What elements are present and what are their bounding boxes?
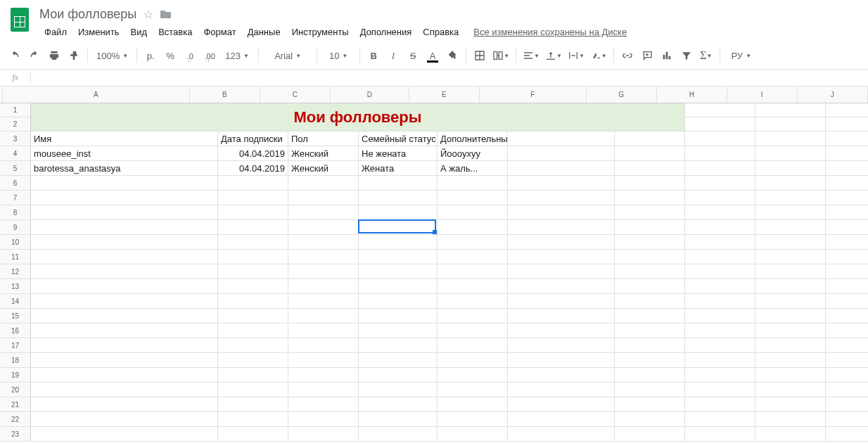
cell-C21[interactable] <box>288 397 359 412</box>
functions-button[interactable]: Σ▼ <box>697 46 715 65</box>
cell-B10[interactable] <box>218 235 288 250</box>
cell-I12[interactable] <box>755 264 826 279</box>
cell-J4[interactable] <box>826 146 868 161</box>
row-header-21[interactable]: 21 <box>0 397 31 412</box>
cell-F3[interactable] <box>508 131 615 146</box>
cell-G11[interactable] <box>615 250 685 264</box>
cell-B21[interactable] <box>218 397 288 412</box>
cell-A19[interactable] <box>31 368 218 383</box>
row-header-20[interactable]: 20 <box>0 383 31 397</box>
row-header-2[interactable]: 2 <box>0 117 31 131</box>
cell-H2[interactable] <box>685 117 755 131</box>
cell-I19[interactable] <box>755 368 826 383</box>
cell-H20[interactable] <box>685 383 755 397</box>
cell-C11[interactable] <box>288 250 359 264</box>
cell-A10[interactable] <box>31 235 218 250</box>
cell-G18[interactable] <box>615 353 685 368</box>
document-title[interactable]: Мои фолловеры <box>39 7 136 22</box>
decrease-decimals-button[interactable]: .0← <box>181 46 199 65</box>
cell-C16[interactable] <box>288 323 359 338</box>
cell-A21[interactable] <box>31 397 218 412</box>
cell-G4[interactable] <box>615 146 685 161</box>
cell-A12[interactable] <box>31 264 218 279</box>
cell-H16[interactable] <box>685 323 755 338</box>
star-icon[interactable]: ☆ <box>143 8 153 21</box>
cell-C8[interactable] <box>288 205 359 220</box>
cell-F11[interactable] <box>508 250 615 264</box>
cell-A22[interactable] <box>31 412 218 427</box>
row-header-6[interactable]: 6 <box>0 176 31 191</box>
folder-icon[interactable] <box>160 9 172 19</box>
vertical-align-button[interactable]: ▼ <box>543 46 564 65</box>
cell-F10[interactable] <box>508 235 615 250</box>
cell-E22[interactable] <box>438 412 508 427</box>
cell-H13[interactable] <box>685 279 755 294</box>
menu-дополнения[interactable]: Дополнения <box>355 24 417 40</box>
cell-G3[interactable] <box>615 131 685 146</box>
cell-J7[interactable] <box>826 191 868 205</box>
row-header-10[interactable]: 10 <box>0 235 31 250</box>
cell-J14[interactable] <box>826 294 868 309</box>
row-header-13[interactable]: 13 <box>0 279 31 294</box>
cell-C7[interactable] <box>288 191 359 205</box>
cell-A14[interactable] <box>31 294 218 309</box>
cell-I20[interactable] <box>755 383 826 397</box>
cell-E9[interactable] <box>438 220 508 235</box>
cell-D19[interactable] <box>359 368 438 383</box>
cell-H11[interactable] <box>685 250 755 264</box>
horizontal-align-button[interactable]: ▼ <box>521 46 542 65</box>
cell-F20[interactable] <box>508 383 615 397</box>
cell-E4[interactable]: Йоооухуу <box>438 146 508 161</box>
currency-button[interactable]: р. <box>141 46 160 65</box>
cell-C15[interactable] <box>288 309 359 323</box>
menu-формат[interactable]: Формат <box>198 24 241 40</box>
cell-D3[interactable]: Семейный статус <box>359 131 438 146</box>
cell-E3[interactable]: Дополнительный комментарий <box>438 131 508 146</box>
cell-D10[interactable] <box>359 235 438 250</box>
row-header-9[interactable]: 9 <box>0 220 31 235</box>
cell-H1[interactable] <box>685 103 755 117</box>
cell-H22[interactable] <box>685 412 755 427</box>
cell-E17[interactable] <box>438 338 508 353</box>
cell-D7[interactable] <box>359 191 438 205</box>
insert-link-button[interactable] <box>618 46 637 65</box>
row-header-16[interactable]: 16 <box>0 323 31 338</box>
cell-E12[interactable] <box>438 264 508 279</box>
cell-G19[interactable] <box>615 368 685 383</box>
cell-H10[interactable] <box>685 235 755 250</box>
cell-C19[interactable] <box>288 368 359 383</box>
cell-I11[interactable] <box>755 250 826 264</box>
row-header-12[interactable]: 12 <box>0 264 31 279</box>
cell-A16[interactable] <box>31 323 218 338</box>
bold-button[interactable]: B <box>364 46 383 65</box>
row-header-19[interactable]: 19 <box>0 368 31 383</box>
col-header-G[interactable]: G <box>587 86 657 103</box>
italic-button[interactable]: I <box>384 46 402 65</box>
number-format-select[interactable]: 123▼ <box>220 46 254 65</box>
cell-C13[interactable] <box>288 279 359 294</box>
cell-G6[interactable] <box>615 176 685 191</box>
cell-C4[interactable]: Женский <box>288 146 359 161</box>
cell-D18[interactable] <box>359 353 438 368</box>
cell-I8[interactable] <box>755 205 826 220</box>
cell-E8[interactable] <box>438 205 508 220</box>
cell-J12[interactable] <box>826 264 868 279</box>
cell-C12[interactable] <box>288 264 359 279</box>
cell-G10[interactable] <box>615 235 685 250</box>
cell-G21[interactable] <box>615 397 685 412</box>
cell-D16[interactable] <box>359 323 438 338</box>
cell-J11[interactable] <box>826 250 868 264</box>
cell-H14[interactable] <box>685 294 755 309</box>
cell-D8[interactable] <box>359 205 438 220</box>
cell-J23[interactable] <box>826 427 868 442</box>
cell-H7[interactable] <box>685 191 755 205</box>
cell-F9[interactable] <box>508 220 615 235</box>
cell-D20[interactable] <box>359 383 438 397</box>
row-header-17[interactable]: 17 <box>0 338 31 353</box>
cell-I10[interactable] <box>755 235 826 250</box>
cell-J6[interactable] <box>826 176 868 191</box>
cell-J21[interactable] <box>826 397 868 412</box>
cell-J2[interactable] <box>826 117 868 131</box>
cell-A7[interactable] <box>31 191 218 205</box>
cell-B3[interactable]: Дата подписки <box>218 131 288 146</box>
